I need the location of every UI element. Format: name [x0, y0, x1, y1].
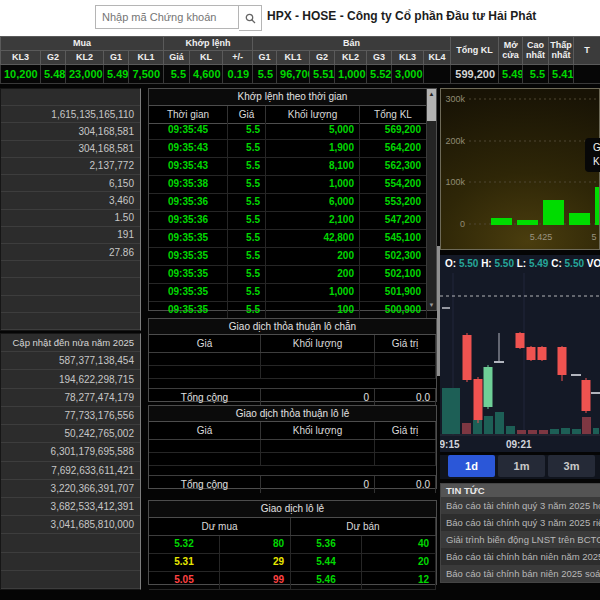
financial-summary-panel: 1,615,135,165,110304,168,581304,168,5812…	[0, 88, 141, 331]
news-item[interactable]: Báo cáo tài chính bán niên 2025 soát x	[441, 565, 600, 582]
symbol-search	[95, 5, 262, 31]
price-cell: 5.51	[310, 64, 335, 83]
sell-side-header: Dư bán	[291, 518, 436, 535]
match-row: 09:35:355.5200502,100	[149, 266, 427, 284]
column-header: Thời gian	[149, 106, 228, 123]
match-history-panel: Khớp lệnh theo thời gian Thời gian Giá K…	[148, 88, 437, 311]
match-cell: 1,000	[266, 284, 360, 301]
financial-row: 191	[1, 227, 140, 244]
panel-title: Khớp lệnh theo thời gian	[149, 89, 436, 106]
search-button[interactable]	[239, 5, 262, 31]
sell-price-cell: 5.36	[291, 536, 362, 553]
ohlc-bar: O: 5.50 H: 5.50 L: 5.49 C: 5.50 VOL:	[445, 258, 600, 269]
financial-row	[1, 261, 140, 278]
match-cell: 09:35:45	[149, 122, 228, 139]
match-cell: 09:35:38	[149, 176, 228, 193]
odd-lot-row: 5.32805.3640	[149, 536, 436, 554]
financial-row: 1.50	[1, 210, 140, 227]
financial-row: 3,041,685,810,000	[1, 516, 140, 534]
sub-header: KL4	[424, 50, 451, 64]
price-cell: 3,000	[392, 64, 424, 83]
summary-cell: 5.41	[549, 64, 574, 83]
buy-side-header: Dư mua	[149, 518, 291, 535]
match-history-scrollbar[interactable]: ▲ ▼	[426, 89, 436, 310]
news-item[interactable]: Giải trình biến động LNST trên BCTC c	[441, 531, 600, 548]
volume-profile-chart[interactable]: 300k200k100k05.4255 GiKh	[440, 88, 600, 250]
price-cell: 96,700	[277, 64, 310, 83]
match-cell: 100	[266, 302, 360, 319]
sub-header: KL2	[335, 50, 367, 64]
match-cell: 09:35:35	[149, 302, 228, 319]
match-cell: 501,900	[360, 284, 427, 301]
price-cell: 1,000	[335, 64, 367, 83]
match-cell: 09:35:36	[149, 194, 228, 211]
total-label: Tổng cộng	[149, 389, 261, 406]
sub-header: KL1	[129, 50, 164, 64]
match-cell: 5.5	[228, 248, 266, 265]
summary-header: Tổng KL	[451, 37, 499, 65]
total-value: 0.0	[375, 389, 436, 406]
sub-header: +/-	[223, 50, 253, 64]
odd-lot-row: 5.05995.4612	[149, 572, 436, 590]
match-cell: 500,900	[360, 302, 427, 319]
sell-volume-cell: 20	[362, 554, 436, 571]
news-item[interactable]: Báo cáo tài chính quý 3 năm 2025 hợp	[441, 497, 600, 514]
price-cell: 10,200	[1, 64, 41, 83]
odd-lot-rows: 5.32805.36405.31295.44205.05995.4612	[149, 536, 436, 590]
search-input[interactable]	[95, 5, 239, 29]
total-volume: 0	[261, 476, 375, 493]
candlestick-chart[interactable]: O: 5.50 H: 5.50 L: 5.49 C: 5.50 VOL: 09:…	[440, 255, 600, 452]
match-cell: 5.5	[228, 140, 266, 157]
match-cell: 09:35:35	[149, 248, 228, 265]
match-cell: 09:35:35	[149, 284, 228, 301]
financial-row	[1, 553, 140, 571]
empty-row	[149, 366, 436, 379]
news-item[interactable]: Báo cáo tài chính bán niên năm 2025 s	[441, 548, 600, 565]
match-row: 09:35:455.55,000569,200	[149, 122, 427, 140]
match-cell: 564,200	[360, 140, 427, 157]
summary-header: T	[574, 37, 600, 65]
buy-volume-cell: 29	[220, 554, 291, 571]
summary-cell: 5.5	[523, 64, 549, 83]
match-row: 09:35:435.51,900564,200	[149, 140, 427, 158]
timeframe-button-1d[interactable]: 1d	[448, 455, 495, 477]
sub-header: Giá	[164, 50, 190, 64]
put-through-odd-panel: Giao dịch thỏa thuận lô lẻ Giá Khối lượn…	[148, 405, 437, 489]
match-history-rows: 09:35:455.55,000569,20009:35:435.51,9005…	[149, 122, 427, 320]
svg-text:5.425: 5.425	[530, 232, 553, 242]
match-row: 09:35:365.52,100547,200	[149, 212, 427, 230]
sell-volume-cell: 12	[362, 572, 436, 589]
sell-price-cell: 5.44	[291, 554, 362, 571]
price-cell: 5.5	[253, 64, 277, 83]
scroll-down-icon[interactable]: ▼	[427, 301, 436, 309]
empty-row	[149, 453, 436, 466]
match-row: 09:35:385.51,000554,200	[149, 176, 427, 194]
total-value: 0.0	[375, 476, 436, 493]
financial-row: 1,615,135,165,110	[1, 106, 140, 123]
match-cell: 502,300	[360, 248, 427, 265]
financial-row: 7,692,633,611,421	[1, 462, 140, 480]
group-header: Khớp lệnh	[164, 37, 253, 51]
match-cell: 5.5	[228, 266, 266, 283]
financial-row	[1, 534, 140, 552]
match-row: 09:35:355.542,800545,100	[149, 230, 427, 248]
timeframe-button-3m[interactable]: 3m	[548, 455, 595, 477]
match-cell: 8,100	[266, 158, 360, 175]
match-cell: 6,000	[266, 194, 360, 211]
timeframe-bar: 1d1m3m	[440, 455, 600, 479]
timeframe-button-1m[interactable]: 1m	[498, 455, 545, 477]
price-cell: 5.49	[104, 64, 129, 83]
financial-row: 78,277,474,179	[1, 389, 140, 407]
scroll-up-icon[interactable]: ▲	[427, 90, 436, 98]
price-cell: 5.48	[41, 64, 66, 83]
section-scrollbar-thumb[interactable]	[437, 246, 440, 376]
high-label: H:	[481, 258, 492, 269]
match-cell: 545,100	[360, 230, 427, 247]
total-row: Tổng cộng 0 0.0	[149, 475, 436, 493]
financial-row: 304,168,581	[1, 123, 140, 140]
empty-row	[149, 440, 436, 453]
odd-lot-row: 5.31295.4420	[149, 554, 436, 572]
match-cell: 09:35:35	[149, 230, 228, 247]
odd-lot-header: Dư mua Dư bán	[149, 518, 436, 536]
news-item[interactable]: Báo cáo tài chính quý 3 năm 2025 riên	[441, 514, 600, 531]
